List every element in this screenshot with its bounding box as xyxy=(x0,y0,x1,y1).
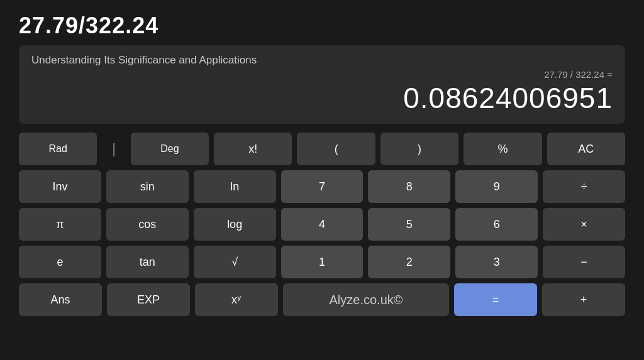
six-button[interactable]: 6 xyxy=(455,208,538,241)
cos-button[interactable]: cos xyxy=(106,208,189,241)
exp-button[interactable]: EXP xyxy=(107,283,190,316)
one-button[interactable]: 1 xyxy=(281,246,364,278)
open-paren-button[interactable]: ( xyxy=(297,133,375,165)
mode-separator: | xyxy=(102,133,125,165)
five-button[interactable]: 5 xyxy=(368,208,450,241)
seven-button[interactable]: 7 xyxy=(281,170,364,203)
sin-button[interactable]: sin xyxy=(106,170,189,203)
display-area: Understanding Its Significance and Appli… xyxy=(19,45,625,124)
pi-button[interactable]: π xyxy=(19,208,101,241)
ln-button[interactable]: ln xyxy=(194,170,276,203)
multiply-button[interactable]: × xyxy=(543,208,625,241)
rad-button[interactable]: Rad xyxy=(19,133,97,165)
ans-button[interactable]: Ans xyxy=(19,283,102,316)
watermark-display: Alyze.co.uk© xyxy=(283,283,449,316)
ac-button[interactable]: AC xyxy=(547,133,625,165)
three-button[interactable]: 3 xyxy=(455,246,538,278)
percent-button[interactable]: % xyxy=(464,133,541,165)
calc-row-3: π cos log 4 5 6 × xyxy=(19,208,625,241)
calculator: Rad | Deg x! ( ) % AC Inv sin ln 7 8 9 ÷… xyxy=(19,133,625,316)
log-button[interactable]: log xyxy=(194,208,276,241)
sqrt-button[interactable]: √ xyxy=(194,246,276,278)
equals-button[interactable]: = xyxy=(454,283,537,316)
calc-row-1: Rad | Deg x! ( ) % AC xyxy=(19,133,625,165)
nine-button[interactable]: 9 xyxy=(455,170,538,203)
minus-button[interactable]: − xyxy=(543,246,625,278)
two-button[interactable]: 2 xyxy=(368,246,450,278)
inv-button[interactable]: Inv xyxy=(19,170,101,203)
factorial-button[interactable]: x! xyxy=(214,133,292,165)
calc-row-5: Ans EXP xʸ Alyze.co.uk© = + xyxy=(19,283,625,316)
eight-button[interactable]: 8 xyxy=(368,170,450,203)
deg-button[interactable]: Deg xyxy=(131,133,209,165)
calc-row-4: e tan √ 1 2 3 − xyxy=(19,246,625,278)
four-button[interactable]: 4 xyxy=(281,208,364,241)
divide-button[interactable]: ÷ xyxy=(543,170,625,203)
tan-button[interactable]: tan xyxy=(106,246,189,278)
e-button[interactable]: e xyxy=(19,246,101,278)
page-title: 27.79/322.24 xyxy=(19,13,158,39)
display-subtitle: Understanding Its Significance and Appli… xyxy=(31,54,613,67)
power-button[interactable]: xʸ xyxy=(195,283,278,316)
watermark-text: Alyze.co.uk© xyxy=(329,293,402,307)
plus-button[interactable]: + xyxy=(542,283,625,316)
calc-row-2: Inv sin ln 7 8 9 ÷ xyxy=(19,170,625,203)
display-expression: 27.79 / 322.24 = xyxy=(31,69,613,80)
close-paren-button[interactable]: ) xyxy=(380,133,458,165)
display-result: 0.08624006951 xyxy=(31,81,613,115)
